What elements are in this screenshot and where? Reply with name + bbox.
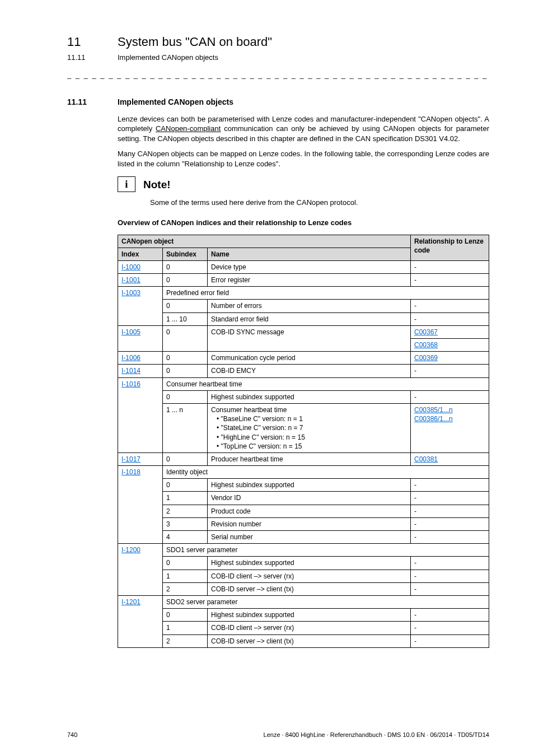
th-subindex: Subindex xyxy=(163,248,208,260)
section-heading: 11.11 Implemented CANopen objects xyxy=(67,97,489,108)
separator-dashes: _ _ _ _ _ _ _ _ _ _ _ _ _ _ _ _ _ _ _ _ … xyxy=(67,70,489,80)
canopen-table: CANopen object Relationship to Lenze cod… xyxy=(118,235,489,648)
cell-line: • "TopLine C" version: n = 15 xyxy=(211,442,407,451)
subchapter-title: Implemented CANopen objects xyxy=(118,53,218,63)
cell-sub: 0 xyxy=(163,365,208,377)
cell-rel: - xyxy=(411,390,489,403)
table-row: I-1000 0 Device type - xyxy=(118,260,489,273)
cell-sub: 0 xyxy=(163,390,208,403)
rel-link[interactable]: C00368 xyxy=(414,341,438,349)
table-header-row1: CANopen object Relationship to Lenze cod… xyxy=(118,235,489,248)
cell-line: • "HighLine C" version: n = 15 xyxy=(211,433,407,442)
cell-name: COB-ID server –> client (tx) xyxy=(208,634,411,647)
cell-span-header: Predefined error field xyxy=(163,287,489,300)
cell-sub: 0 xyxy=(163,274,208,287)
th-relationship: Relationship to Lenze code xyxy=(411,235,489,260)
rel-link[interactable]: C00369 xyxy=(414,354,438,362)
para1-link: CANopen-compliant xyxy=(156,124,221,133)
cell-name: Standard error field xyxy=(208,312,411,325)
index-link[interactable]: I-1003 xyxy=(121,289,140,297)
cell-sub: 0 xyxy=(163,300,208,312)
cell-rel: - xyxy=(411,622,489,634)
cell-rel: - xyxy=(411,609,489,622)
table-row: I-1018 Identity object xyxy=(118,466,489,479)
cell-rel: - xyxy=(411,570,489,582)
rel-link[interactable]: C00367 xyxy=(414,328,438,336)
section-title: Implemented CANopen objects xyxy=(118,97,233,108)
cell-rel: - xyxy=(411,582,489,595)
cell-span-header: Consumer heartbeat time xyxy=(163,377,489,390)
index-link[interactable]: I-1018 xyxy=(121,468,140,476)
note-body: Some of the terms used here derive from … xyxy=(150,198,489,208)
cell-rel: - xyxy=(411,492,489,505)
rel-link[interactable]: C00386/1...n xyxy=(414,415,453,423)
chapter-title: System bus "CAN on board" xyxy=(118,34,272,50)
cell-name: Communication cycle period xyxy=(208,352,411,365)
table-row: I-1017 0 Producer heartbeat time C00381 xyxy=(118,452,489,465)
cell-name: Consumer heartbeat time • "BaseLine C" v… xyxy=(208,403,411,452)
table-row: 1 COB-ID client –> server (rx) - xyxy=(118,570,489,582)
table-row: 2 COB-ID server –> client (tx) - xyxy=(118,634,489,647)
table-row: 1 Vendor ID - xyxy=(118,492,489,505)
th-name: Name xyxy=(208,248,411,260)
cell-rel: - xyxy=(411,365,489,377)
index-link[interactable]: I-1017 xyxy=(121,455,140,463)
table-wrapper: CANopen object Relationship to Lenze cod… xyxy=(118,235,489,648)
cell-line: • "BaseLine C" version: n = 1 xyxy=(211,414,407,423)
index-link[interactable]: I-1005 xyxy=(121,328,140,336)
table-row: I-1005 0 COB-ID SYNC message C00367 xyxy=(118,325,489,338)
rel-link[interactable]: C00385/1...n xyxy=(414,406,453,414)
cell-name: Highest subindex supported xyxy=(208,390,411,403)
table-row: I-1016 Consumer heartbeat time xyxy=(118,377,489,390)
cell-rel: - xyxy=(411,274,489,287)
rel-link[interactable]: C00381 xyxy=(414,455,438,463)
index-link[interactable]: I-1201 xyxy=(121,598,140,606)
table-row: I-1003 Predefined error field xyxy=(118,287,489,300)
cell-sub: 2 xyxy=(163,505,208,517)
index-link[interactable]: I-1016 xyxy=(121,380,140,388)
cell-rel: - xyxy=(411,505,489,517)
page-footer: 740 Lenze · 8400 HighLine · Referenzhand… xyxy=(67,731,489,739)
cell-sub: 1 xyxy=(163,570,208,582)
index-link[interactable]: I-1014 xyxy=(121,367,140,375)
cell-name: Highest subindex supported xyxy=(208,479,411,492)
th-canopen-object: CANopen object xyxy=(118,235,411,248)
table-row: 0 Number of errors - xyxy=(118,300,489,312)
overview-heading: Overview of CANopen indices and their re… xyxy=(118,218,489,228)
cell-sub: 2 xyxy=(163,634,208,647)
index-link[interactable]: I-1200 xyxy=(121,546,140,554)
cell-sub: 0 xyxy=(163,479,208,492)
cell-sub: 0 xyxy=(163,557,208,570)
cell-sub: 1 ... n xyxy=(163,403,208,452)
table-row: 3 Revision number - xyxy=(118,517,489,530)
cell-span-header: SDO1 server parameter xyxy=(163,544,489,557)
cell-sub: 4 xyxy=(163,531,208,544)
cell-rel: - xyxy=(411,634,489,647)
cell-name: Device type xyxy=(208,260,411,273)
cell-name: Serial number xyxy=(208,531,411,544)
cell-sub: 1 xyxy=(163,622,208,634)
table-row: 0 Highest subindex supported - xyxy=(118,609,489,622)
cell-name: COB-ID EMCY xyxy=(208,365,411,377)
index-link[interactable]: I-1006 xyxy=(121,354,140,362)
table-row: 0 Highest subindex supported - xyxy=(118,479,489,492)
cell-rel: - xyxy=(411,300,489,312)
cell-rel: - xyxy=(411,557,489,570)
paragraph-1: Lenze devices can both be parameterised … xyxy=(118,114,489,144)
paragraph-2: Many CANopen objects can be mapped on Le… xyxy=(118,149,489,169)
table-row: 4 Serial number - xyxy=(118,531,489,544)
cell-sub: 3 xyxy=(163,517,208,530)
cell-sub: 1 xyxy=(163,492,208,505)
cell-name: COB-ID client –> server (rx) xyxy=(208,622,411,634)
table-row: I-1001 0 Error register - xyxy=(118,274,489,287)
cell-sub: 0 xyxy=(163,352,208,365)
index-link[interactable]: I-1000 xyxy=(121,263,140,271)
table-row: 0 Highest subindex supported - xyxy=(118,390,489,403)
table-row: I-1014 0 COB-ID EMCY - xyxy=(118,365,489,377)
note-block: i Note! xyxy=(118,176,489,192)
table-row: I-1006 0 Communication cycle period C003… xyxy=(118,352,489,365)
table-row: I-1201 SDO2 server parameter xyxy=(118,595,489,608)
index-link[interactable]: I-1001 xyxy=(121,276,140,284)
cell-span-header: SDO2 server parameter xyxy=(163,595,489,608)
cell-name: COB-ID server –> client (tx) xyxy=(208,582,411,595)
